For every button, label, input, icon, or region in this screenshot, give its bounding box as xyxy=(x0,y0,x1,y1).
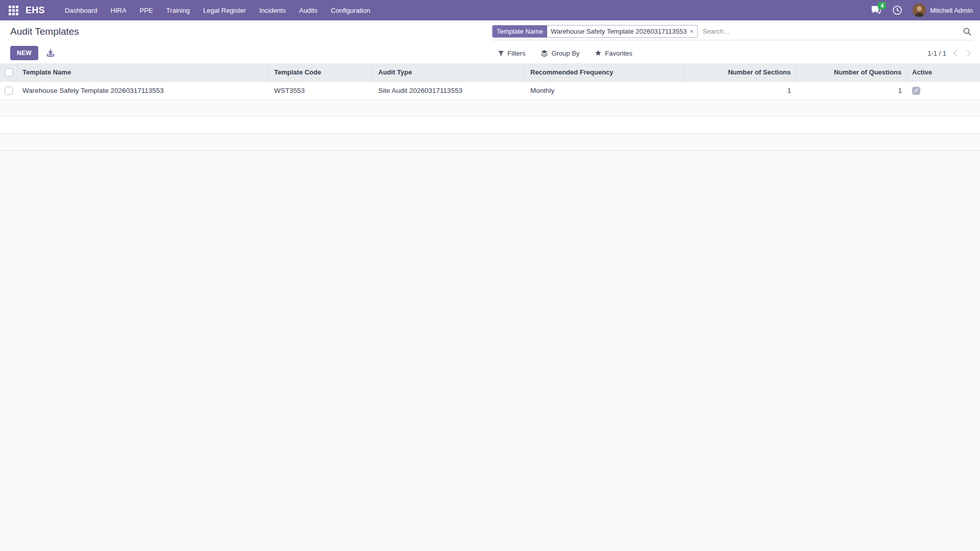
empty-row xyxy=(0,117,980,134)
table-row[interactable]: Warehouse Safety Template 20260317113553… xyxy=(0,82,980,100)
main-menu: Dashboard HIRA PPE Training Legal Regist… xyxy=(58,0,377,20)
page-title: Audit Templates xyxy=(10,26,79,37)
cell-recommended-frequency[interactable]: Monthly xyxy=(525,87,684,94)
empty-row xyxy=(0,100,980,117)
messages-button[interactable]: 4 xyxy=(870,4,882,16)
star-icon xyxy=(595,49,602,57)
col-header-number-of-questions[interactable]: Number of Questions xyxy=(796,63,907,81)
menu-item-legal-register[interactable]: Legal Register xyxy=(197,0,253,20)
audit-templates-table: Template Name Template Code Audit Type R… xyxy=(0,63,980,151)
pager-range: 1-1 / 1 xyxy=(927,49,946,57)
menu-item-dashboard[interactable]: Dashboard xyxy=(58,0,104,20)
menu-item-incidents[interactable]: Incidents xyxy=(253,0,292,20)
col-header-template-name[interactable]: Template Name xyxy=(17,63,269,81)
app-brand[interactable]: EHS xyxy=(26,5,45,16)
col-header-number-of-sections[interactable]: Number of Sections xyxy=(684,63,796,81)
user-menu[interactable]: Mitchell Admin xyxy=(913,4,973,17)
col-header-template-code[interactable]: Template Code xyxy=(269,63,373,81)
content-background xyxy=(0,151,980,551)
avatar xyxy=(913,4,926,17)
menu-item-training[interactable]: Training xyxy=(160,0,197,20)
menu-item-ppe[interactable]: PPE xyxy=(133,0,160,20)
cell-number-of-sections[interactable]: 1 xyxy=(684,87,796,94)
group-by-button[interactable]: Group By xyxy=(541,49,579,57)
control-panel-bottom: NEW Filters Group By Favorites xyxy=(0,43,980,63)
empty-row xyxy=(0,134,980,151)
facet-value: Warehouse Safety Template 20260317113553 xyxy=(551,28,687,35)
layers-icon xyxy=(541,49,548,57)
select-all-checkbox[interactable] xyxy=(5,68,13,77)
cell-template-code[interactable]: WST3553 xyxy=(269,87,373,94)
search-options: Filters Group By Favorites xyxy=(498,49,632,57)
table-header-row: Template Name Template Code Audit Type R… xyxy=(0,63,980,82)
download-icon xyxy=(46,49,55,57)
filter-funnel-icon xyxy=(498,50,504,57)
pager-next-icon[interactable] xyxy=(965,49,973,57)
active-checkbox: ✓ xyxy=(912,87,920,95)
new-button[interactable]: NEW xyxy=(10,46,38,60)
facet-label: Template Name xyxy=(493,26,547,37)
menu-item-hira[interactable]: HIRA xyxy=(104,0,133,20)
top-navbar: EHS Dashboard HIRA PPE Training Legal Re… xyxy=(0,0,980,20)
menu-item-audits[interactable]: Audits xyxy=(292,0,324,20)
checkmark-icon: ✓ xyxy=(914,87,918,94)
col-header-audit-type[interactable]: Audit Type xyxy=(373,63,525,81)
facet-remove-icon[interactable]: × xyxy=(690,29,694,35)
grid-icon xyxy=(9,6,18,15)
search-input[interactable] xyxy=(698,28,963,35)
activities-button[interactable] xyxy=(891,4,903,16)
row-checkbox[interactable] xyxy=(5,87,13,95)
cell-number-of-questions[interactable]: 1 xyxy=(796,87,907,94)
control-panel-top: Audit Templates Template Name Warehouse … xyxy=(0,20,980,43)
cell-template-name[interactable]: Warehouse Safety Template 20260317113553 xyxy=(17,87,269,94)
search-icon[interactable] xyxy=(963,27,972,36)
col-header-recommended-frequency[interactable]: Recommended Frequency xyxy=(525,63,684,81)
filters-button[interactable]: Filters xyxy=(498,49,525,57)
export-button[interactable] xyxy=(46,49,55,57)
favorites-button[interactable]: Favorites xyxy=(595,49,632,57)
pager: 1-1 / 1 xyxy=(927,49,973,57)
search-facet: Template Name Warehouse Safety Template … xyxy=(492,25,698,38)
user-name: Mitchell Admin xyxy=(930,7,973,14)
pager-previous-icon[interactable] xyxy=(951,49,960,57)
menu-item-configuration[interactable]: Configuration xyxy=(324,0,377,20)
clock-icon xyxy=(892,5,902,15)
cell-audit-type[interactable]: Site Audit 20260317113553 xyxy=(373,87,525,94)
search-bar[interactable]: Template Name Warehouse Safety Template … xyxy=(492,23,973,40)
apps-menu-icon[interactable] xyxy=(6,3,20,17)
col-header-active[interactable]: Active xyxy=(907,63,980,81)
messages-count-badge: 4 xyxy=(878,2,886,9)
